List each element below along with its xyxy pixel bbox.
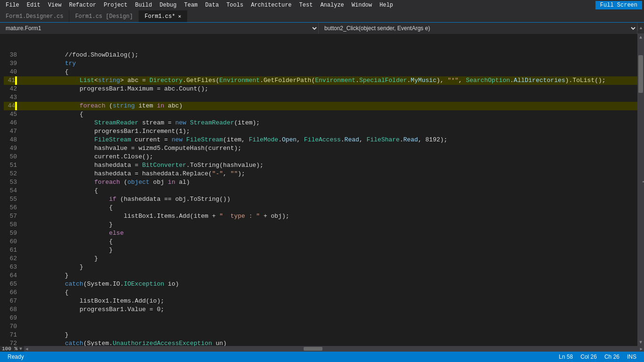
code-line-63: 63 } [4, 263, 637, 272]
menu-analyze[interactable]: Analyze [316, 1, 347, 9]
class-dropdown[interactable]: mature.Form1 [0, 23, 319, 34]
line-content: StreamReader stream = new StreamReader(i… [21, 119, 637, 127]
code-line-47: 47 progressBar1.Increment(1); [4, 127, 637, 136]
menu-architecture[interactable]: Architecture [247, 1, 295, 9]
tab-form1-cs[interactable]: Form1.cs* ✕ [139, 10, 187, 22]
scroll-up-arrow[interactable]: ▲ [637, 34, 644, 41]
menu-file[interactable]: File [2, 1, 23, 9]
line-number: 51 [4, 161, 21, 170]
line-number: 40 [4, 68, 21, 76]
menu-help[interactable]: Help [376, 1, 397, 9]
scroll-thumb[interactable] [638, 55, 643, 93]
status-ch: Ch 26 [601, 354, 623, 360]
line-number: 72 [4, 339, 21, 346]
code-line-59: 59 else [4, 229, 637, 238]
hscroll-track[interactable] [29, 347, 638, 351]
method-dropdown[interactable]: button2_Click(object sender, EventArgs e… [319, 23, 637, 34]
line-number: 67 [4, 297, 21, 305]
line-number: 60 [4, 238, 21, 246]
line-content: foreach (object obj in al) [21, 178, 637, 187]
code-line-40: 40 { [4, 68, 637, 76]
line-content: { [21, 187, 637, 195]
line-content: else [21, 229, 637, 238]
menu-tools[interactable]: Tools [223, 1, 247, 9]
line-content: List<string> abc = Directory.GetFiles(En… [21, 76, 637, 85]
line-number: 53 [4, 178, 21, 187]
code-editor[interactable]: 38 //food.ShowDialog();39 try40 {41 List… [0, 34, 637, 346]
breakpoint-marker [15, 102, 17, 110]
tab-empty-area [187, 10, 644, 22]
menu-test[interactable]: Test [296, 1, 317, 9]
line-number: 49 [4, 144, 21, 153]
line-number: 42 [4, 85, 21, 93]
hscroll-right-arrow[interactable]: ▶ [639, 346, 644, 352]
menu-edit[interactable]: Edit [23, 1, 44, 9]
line-number: 46 [4, 119, 21, 127]
code-line-53: 53 foreach (object obj in al) [4, 178, 637, 187]
line-content: } [21, 221, 637, 229]
line-content: { [21, 288, 637, 297]
hscroll-thumb[interactable] [304, 347, 322, 351]
line-content: current.Close(); [21, 153, 637, 161]
line-number: 45 [4, 110, 21, 119]
line-content: } [21, 246, 637, 255]
menu-debug[interactable]: Debug [156, 1, 180, 9]
line-number: 52 [4, 170, 21, 178]
scroll-down-arrow[interactable]: ▼ [637, 339, 644, 346]
line-content: hashvalue = wizmd5.ComputeHash(current); [21, 144, 637, 153]
code-line-49: 49 hashvalue = wizmd5.ComputeHash(curren… [4, 144, 637, 153]
code-line-71: 71 } [4, 331, 637, 339]
tab-form1-design[interactable]: Form1.cs [Design] [69, 10, 139, 22]
menu-build[interactable]: Build [131, 1, 156, 9]
line-content: progressBar1.Increment(1); [21, 127, 637, 136]
vertical-scrollbar[interactable]: ▲ ▼ [637, 34, 644, 346]
line-number: 48 [4, 136, 21, 144]
line-number: 41 [4, 76, 21, 85]
line-content: } [21, 255, 637, 263]
status-ins: INS [623, 354, 640, 360]
code-line-60: 60 { [4, 238, 637, 246]
line-number: 54 [4, 187, 21, 195]
line-number: 70 [4, 322, 21, 331]
line-content: catch(System.IO.IOException io) [21, 280, 637, 288]
line-number: 66 [4, 288, 21, 297]
code-line-54: 54 { [4, 187, 637, 195]
line-number: 55 [4, 195, 21, 204]
dropdown-scroll-up[interactable]: ▲ [637, 26, 644, 31]
menu-team[interactable]: Team [181, 1, 202, 9]
line-number: 61 [4, 246, 21, 255]
code-line-57: 57 listBox1.Items.Add(item + " type : " … [4, 212, 637, 221]
menu-window[interactable]: Window [348, 1, 376, 9]
menu-refactor[interactable]: Refactor [65, 1, 100, 9]
menu-view[interactable]: View [44, 1, 66, 9]
line-content: } [21, 272, 637, 280]
code-area: 38 //food.ShowDialog();39 try40 {41 List… [0, 34, 644, 346]
code-line-67: 67 listBox1.Items.Add(io); [4, 297, 637, 305]
close-tab-icon[interactable]: ✕ [178, 13, 182, 19]
hscroll-left-arrow[interactable]: ◀ [24, 346, 29, 352]
tab-form1-designer[interactable]: Form1.Designer.cs [0, 10, 69, 22]
code-line-66: 66 { [4, 288, 637, 297]
line-number: 44 [4, 102, 21, 110]
code-line-69: 69 [4, 314, 637, 322]
dropdown-bar: mature.Form1 button2_Click(object sender… [0, 23, 644, 34]
line-number: 57 [4, 212, 21, 221]
menu-data[interactable]: Data [201, 1, 223, 9]
line-content: { [21, 238, 637, 246]
code-line-58: 58 } [4, 221, 637, 229]
code-line-64: 64 } [4, 272, 637, 280]
line-number: 63 [4, 263, 21, 272]
line-content: progressBar1.Maximum = abc.Count(); [21, 85, 637, 93]
zoom-dropdown-icon[interactable]: ▼ [19, 346, 22, 352]
line-content: FileStream current = new FileStream(item… [21, 136, 637, 144]
line-content: { [21, 204, 637, 212]
menu-project[interactable]: Project [100, 1, 131, 9]
fullscreen-button[interactable]: Full Screen [595, 1, 642, 9]
scroll-track[interactable] [637, 41, 644, 339]
code-line-56: 56 { [4, 204, 637, 212]
code-line-39: 39 try [4, 59, 637, 68]
line-content: progressBar1.Value = 0; [21, 305, 637, 314]
horizontal-scrollbar[interactable]: 100 % ▼ ◀ ▶ [0, 346, 644, 352]
menu-bar: File Edit View Refactor Project Build De… [0, 0, 644, 10]
code-line-42: 42 progressBar1.Maximum = abc.Count(); [4, 85, 637, 93]
